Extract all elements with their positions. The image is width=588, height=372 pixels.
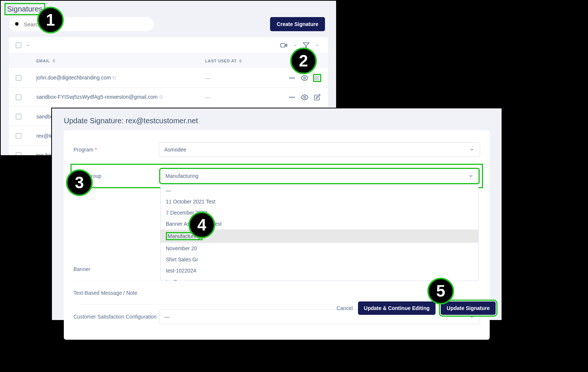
chevron-down-icon[interactable] <box>313 41 321 49</box>
more-icon[interactable] <box>288 93 296 101</box>
row-last-used: — <box>205 94 261 100</box>
field-program: Program* Asmodee <box>73 138 480 161</box>
cancel-button[interactable]: Cancel <box>336 305 353 311</box>
callout-4: 4 <box>188 212 215 238</box>
label-csat: Customer Satisfaction Configuration <box>73 313 159 320</box>
svg-point-11 <box>293 77 294 78</box>
user-group-option[interactable]: test2 <box>161 276 478 281</box>
update-signature-button[interactable]: Update Signature <box>441 301 496 315</box>
more-icon[interactable] <box>288 74 296 82</box>
svg-point-13 <box>290 97 290 97</box>
video-icon[interactable] <box>280 41 288 49</box>
label-program: Program <box>73 147 93 153</box>
edit-icon[interactable] <box>313 74 321 82</box>
program-select[interactable]: Asmodee <box>159 142 480 157</box>
svg-point-14 <box>292 97 292 97</box>
program-value: Asmodee <box>164 147 186 153</box>
svg-point-10 <box>292 77 292 78</box>
label-text-note: Text-Based Message / Note <box>73 290 159 296</box>
chevron-down-icon[interactable] <box>291 41 299 49</box>
panel-title-prefix: Update Signature: <box>64 117 126 125</box>
eye-icon[interactable] <box>300 93 309 101</box>
update-continue-button[interactable]: Update & Continue Editing <box>358 301 436 315</box>
edit-icon[interactable] <box>313 93 321 101</box>
panel-footer: Cancel Update & Continue Editing Update … <box>336 301 496 315</box>
table-row[interactable]: john.doe@digitechbranding.com ⧉— <box>9 68 328 88</box>
row-checkbox[interactable] <box>16 94 22 100</box>
svg-point-9 <box>290 77 290 78</box>
search-field[interactable] <box>9 17 154 31</box>
callout-3: 3 <box>66 169 93 196</box>
search-icon <box>14 21 20 27</box>
panel-title-email: rex@testcustomer.net <box>126 117 198 125</box>
user-group-value: Manufacturing <box>165 173 198 179</box>
required-asterisk: * <box>95 147 97 153</box>
select-all-checkbox[interactable] <box>16 42 22 48</box>
row-email: john.doe@digitechbranding.com ⧉ <box>36 75 205 81</box>
table-toolbar <box>9 37 328 53</box>
row-checkbox[interactable] <box>16 75 22 81</box>
panel-title: Update Signature: rex@testcustomer.net <box>52 108 502 130</box>
svg-marker-7 <box>239 59 242 61</box>
label-banner: Banner <box>73 266 159 272</box>
copy-icon[interactable]: ⧉ <box>159 94 163 100</box>
row-email: sandbox-FYISwj5zsWydfAg5-rexweston@gmail… <box>36 94 205 100</box>
user-group-option[interactable]: — <box>161 185 478 196</box>
svg-point-12 <box>304 77 306 79</box>
chevron-down-icon <box>468 173 473 179</box>
sort-icon[interactable] <box>52 59 55 63</box>
user-group-option[interactable]: November 20 <box>161 243 478 254</box>
field-user-group: User Group Manufacturing —11 October 202… <box>75 169 479 183</box>
callout-5: 5 <box>427 278 454 304</box>
row-checkbox[interactable] <box>16 133 22 139</box>
highlight-user-group-row: User Group Manufacturing —11 October 202… <box>70 164 483 188</box>
eye-icon[interactable] <box>300 74 309 82</box>
sort-icon[interactable] <box>239 59 242 63</box>
svg-rect-2 <box>281 43 285 47</box>
copy-icon[interactable]: ⧉ <box>112 75 116 81</box>
callout-2: 2 <box>290 48 317 74</box>
user-group-option[interactable]: 11 October 2021 Test <box>161 196 478 207</box>
svg-marker-8 <box>239 61 242 63</box>
chevron-down-icon <box>469 314 474 319</box>
svg-point-16 <box>304 96 306 98</box>
svg-point-0 <box>15 22 19 26</box>
svg-line-1 <box>18 25 19 26</box>
svg-point-15 <box>293 97 294 97</box>
user-group-select[interactable]: Manufacturing —11 October 2021 Test7 Dec… <box>160 169 479 183</box>
table-row[interactable]: sandbox-FYISwj5zsWydfAg5-rexweston@gmail… <box>9 88 328 107</box>
chevron-down-icon <box>469 147 474 152</box>
table-header: EMAIL LAST USED AT <box>9 53 328 68</box>
csat-value: — <box>164 314 170 320</box>
row-last-used: — <box>205 75 261 81</box>
user-group-option[interactable]: test-1022024 <box>161 265 478 276</box>
column-last-used[interactable]: LAST USED AT <box>205 59 237 63</box>
svg-marker-4 <box>303 43 309 48</box>
svg-marker-6 <box>52 61 55 63</box>
user-group-option[interactable]: Shirt Sales Gr <box>161 254 478 265</box>
row-checkbox[interactable] <box>16 114 22 120</box>
chevron-down-icon[interactable] <box>24 41 32 49</box>
column-email[interactable]: EMAIL <box>36 59 50 63</box>
svg-marker-5 <box>52 59 55 61</box>
create-signature-button[interactable]: Create Signature <box>270 17 325 31</box>
row-checkbox[interactable] <box>16 152 22 156</box>
callout-1: 1 <box>37 7 64 33</box>
